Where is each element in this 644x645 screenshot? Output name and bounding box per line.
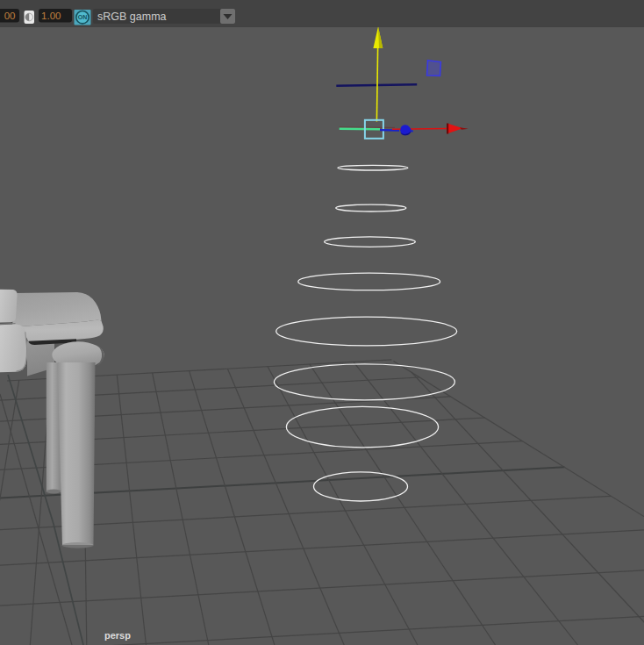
svg-text:persp: persp	[104, 630, 131, 641]
svg-text:1.00: 1.00	[41, 11, 61, 21]
svg-text:sRGB gamma: sRGB gamma	[97, 11, 167, 23]
svg-text:00: 00	[4, 11, 16, 21]
svg-text:ON: ON	[78, 14, 88, 20]
